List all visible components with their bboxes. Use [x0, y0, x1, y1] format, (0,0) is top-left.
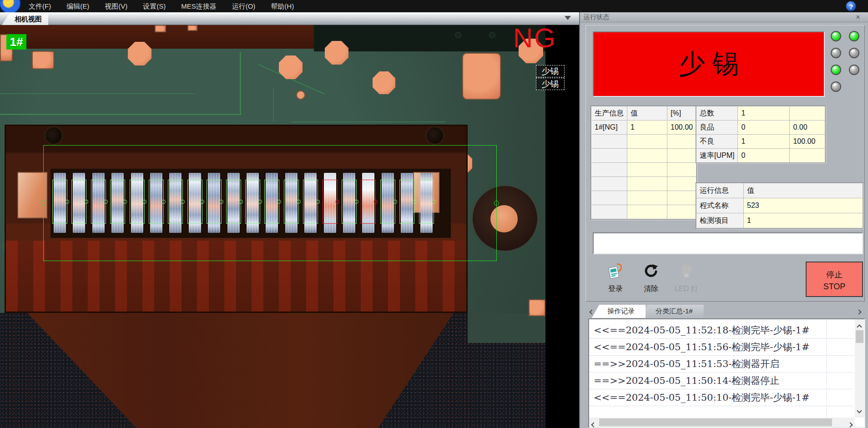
pcb-photo — [0, 25, 545, 428]
header-cell: 运行信息 — [696, 183, 744, 198]
clear-button[interactable]: 清除 — [636, 262, 666, 298]
table-row: 程式名称523 — [696, 198, 863, 213]
led-lamp-icon — [678, 262, 695, 281]
cell — [591, 177, 627, 191]
pcb-trace — [240, 52, 241, 115]
copper-pad-octagon — [373, 71, 395, 94]
menu-item[interactable]: 视图(V) — [97, 0, 135, 12]
cell: 0.00 — [790, 121, 825, 135]
menu-item[interactable]: 运行(O) — [224, 0, 263, 12]
cell — [627, 135, 667, 149]
led-button[interactable]: LED 灯 — [672, 262, 701, 298]
log-tab-strip: 操作记录分类汇总-1# — [579, 304, 868, 318]
tab-camera-view[interactable]: 相机视图 — [2, 13, 48, 25]
roi-handle — [41, 201, 46, 206]
table-row: 速率[UPM]0 — [696, 149, 825, 163]
menu-item[interactable]: 帮助(H) — [263, 0, 302, 12]
camera-view-area[interactable]: 1# NG 少锡 少锡 — [0, 25, 579, 428]
cell — [627, 177, 667, 191]
table-header-row: 生产信息值[%] — [591, 106, 696, 121]
pcb-trace — [273, 89, 274, 121]
login-label: 登录 — [601, 284, 630, 294]
help-icon[interactable]: ? — [846, 1, 856, 11]
cell — [627, 163, 667, 177]
log-entry: ==>>2024-05-05_11:51:53-检测器开启 — [589, 356, 854, 373]
cell: 0 — [738, 149, 790, 163]
indicator-light-on — [831, 31, 841, 41]
message-box[interactable] — [593, 232, 863, 254]
copper-pad — [187, 25, 197, 31]
status-result-text: 少锡 — [671, 46, 746, 82]
menu-item[interactable]: 设置(S) — [135, 0, 173, 12]
pcb-trace — [291, 121, 446, 122]
cell: 1 — [738, 135, 790, 149]
cell: 不良 — [696, 135, 738, 149]
vertical-scroll-thumb[interactable] — [856, 330, 863, 343]
operation-log[interactable]: <<==2024-05-05_11:52:18-检测完毕-少锡-1#<<==20… — [588, 318, 865, 428]
defect-tag: 少锡 — [536, 65, 565, 77]
cell: 1 — [744, 213, 863, 228]
tab-scroll-left-icon[interactable] — [590, 307, 595, 312]
login-button[interactable]: 登录 — [601, 262, 630, 298]
cell — [591, 191, 627, 205]
defect-tag: 少锡 — [536, 78, 565, 90]
tab-list-dropdown-icon[interactable] — [565, 16, 571, 20]
app-window: { "window": { "help_icon": "?", "close_i… — [0, 0, 868, 428]
via — [489, 32, 495, 38]
cell: 1#[NG] — [591, 121, 627, 135]
menu-item[interactable]: MES连接器 — [173, 0, 224, 12]
pcb-top-dark — [314, 25, 545, 51]
clear-refresh-icon — [642, 262, 660, 281]
copper-pad-round — [296, 91, 305, 100]
menu-item[interactable]: 编辑(E) — [59, 0, 97, 12]
log-tab-0[interactable]: 操作记录 — [592, 305, 646, 318]
table-row — [591, 205, 696, 219]
table-row: 总数1 — [696, 106, 825, 121]
header-cell: [%] — [667, 106, 696, 121]
log-grid-line — [826, 319, 827, 418]
cell: 程式名称 — [696, 198, 744, 213]
table-row — [591, 149, 696, 163]
menu-items: 文件(F)编辑(E)视图(V)设置(S)MES连接器运行(O)帮助(H) — [21, 0, 302, 12]
pcb-lower-right — [468, 313, 545, 343]
mount-hole — [425, 126, 444, 145]
menu-bar: 文件(F)编辑(E)视图(V)设置(S)MES连接器运行(O)帮助(H) ? — [0, 0, 868, 12]
stop-button[interactable]: 停止 STOP — [806, 262, 863, 297]
status-result-box: 少锡 — [593, 31, 825, 97]
inspection-roi-rectangle — [43, 145, 497, 261]
horizontal-scrollbar[interactable] — [589, 418, 855, 427]
table-row: 1#[NG]1100.00 — [591, 121, 696, 135]
header-cell: 值 — [627, 106, 667, 121]
stop-label-cn: 停止 — [807, 269, 862, 281]
scroll-up-icon[interactable] — [858, 322, 861, 331]
tab-scroll-right-icon[interactable] — [857, 307, 862, 312]
log-entry: <<==2024-05-05_11:52:18-检测完毕-少锡-1# — [589, 322, 854, 339]
indicator-light-off — [831, 81, 841, 92]
close-icon[interactable]: × — [853, 13, 863, 22]
menu-item[interactable]: 文件(F) — [21, 0, 59, 12]
cell: 523 — [744, 198, 863, 213]
scroll-left-icon[interactable] — [592, 420, 595, 428]
indicator-lights — [831, 31, 859, 92]
log-entry: <<==2024-05-05_11:50:10-检测完毕-少锡-1# — [589, 389, 854, 406]
cell — [790, 106, 825, 121]
indicator-light-off — [849, 65, 859, 75]
cell — [627, 191, 667, 205]
log-tab-1[interactable]: 分类汇总-1# — [640, 305, 704, 318]
vertical-scrollbar[interactable] — [855, 319, 864, 418]
copper-pad — [32, 51, 54, 69]
cell — [591, 149, 627, 163]
cell: 良品 — [696, 121, 738, 135]
scroll-down-icon[interactable] — [858, 406, 861, 414]
cell: 100.00 — [790, 135, 825, 149]
scroll-right-icon[interactable] — [848, 420, 852, 428]
cell: 0 — [738, 121, 790, 135]
copper-pad — [529, 299, 545, 316]
inspection-result-label: NG — [513, 25, 557, 54]
cell: 1 — [627, 121, 667, 135]
horizontal-scroll-thumb[interactable] — [599, 418, 832, 426]
cell — [591, 135, 627, 149]
view-tab-bar: 相机视图 — [0, 12, 579, 25]
cell — [591, 163, 627, 177]
cell — [627, 205, 667, 219]
